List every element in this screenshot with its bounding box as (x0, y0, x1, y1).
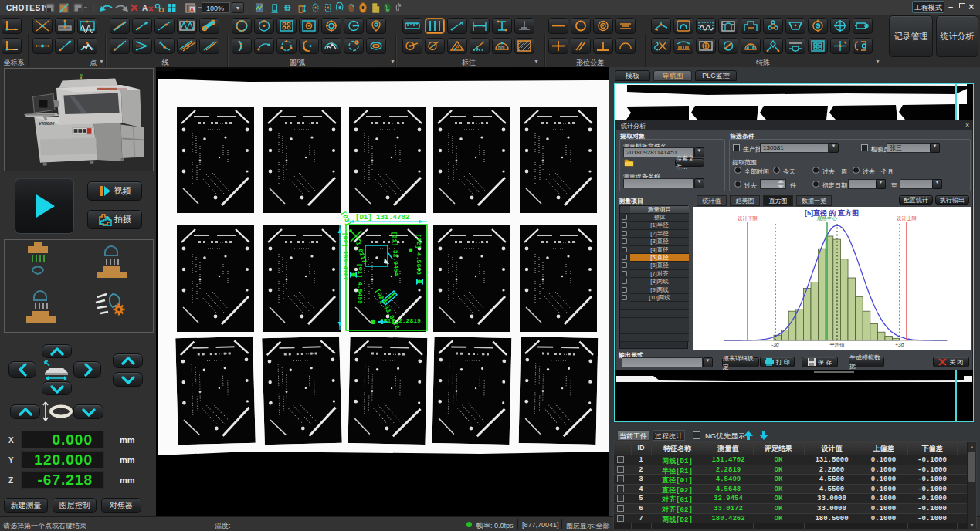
svg-text:A: A (190, 7, 194, 12)
svg-text:[Φ2] 4.5648: [Φ2] 4.5648 (415, 234, 422, 275)
svg-text:A: A (456, 44, 459, 49)
svg-text:-3σ: -3σ (771, 342, 779, 347)
svg-text:[D1] 131.4702: [D1] 131.4702 (355, 214, 409, 222)
svg-text:[Φ1] 4.5499: [Φ1] 4.5499 (357, 263, 364, 304)
svg-text:[R1] 2.2819: [R1] 2.2819 (380, 317, 421, 324)
svg-text:设计下限: 设计下限 (738, 215, 758, 221)
svg-text:A: A (142, 4, 148, 12)
svg-text:规格中心: 规格中心 (817, 215, 838, 222)
svg-text:[D2] 180.4767: [D2] 180.4767 (342, 232, 349, 281)
svg-text:mm: mm (498, 45, 504, 49)
svg-text:VX8000: VX8000 (39, 121, 55, 126)
svg-text:平均值: 平均值 (829, 342, 845, 347)
svg-text:+3σ: +3σ (895, 342, 904, 347)
svg-text:设计上限: 设计上限 (897, 215, 917, 221)
